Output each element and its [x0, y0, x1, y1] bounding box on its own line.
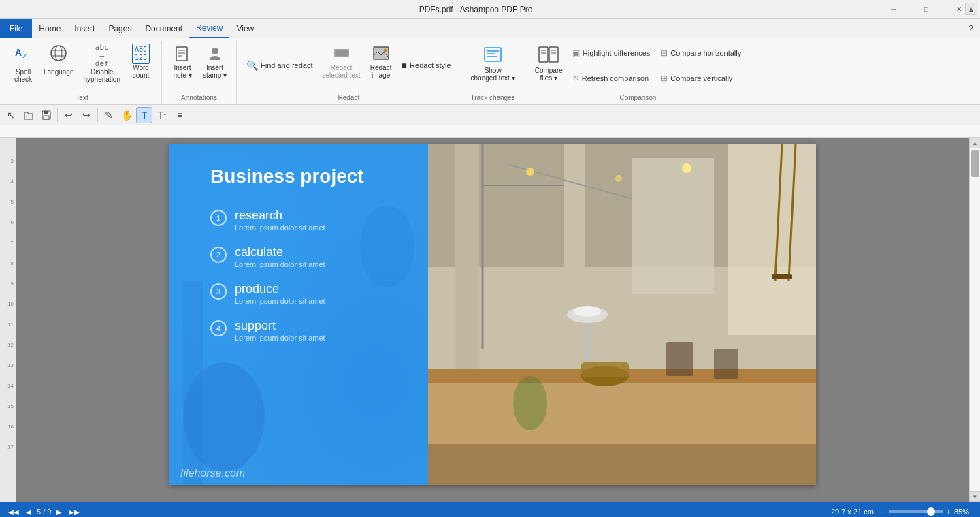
redact-image-button[interactable]: Redactimage	[366, 41, 396, 82]
page-container: Business project 1 research Lorem ipsum …	[169, 144, 816, 485]
page-size-label: 29.7 x 21 cm	[831, 507, 874, 516]
redact-image-icon	[372, 44, 391, 64]
svg-rect-38	[728, 144, 816, 335]
menu-file[interactable]: File	[0, 19, 32, 38]
open-button[interactable]	[20, 107, 37, 123]
undo-button[interactable]: ↩	[61, 107, 77, 123]
svg-point-2	[51, 46, 66, 61]
text-size-button[interactable]: T+	[154, 107, 170, 123]
compare-files-icon	[538, 44, 559, 67]
compare-files-button[interactable]: Comparefiles ▾	[531, 41, 567, 84]
text-tool-button[interactable]: T	[136, 107, 152, 123]
select-tool-button[interactable]: ↖	[3, 107, 19, 123]
zoom-slider-thumb[interactable]	[927, 507, 935, 516]
step-title-3: produce	[235, 282, 325, 296]
right-scrollbar[interactable]: ▲ ▼	[969, 138, 980, 502]
menu-review[interactable]: Review	[189, 19, 229, 38]
compare-v-icon: ⊞	[661, 74, 668, 83]
highlight-differences-button[interactable]: ▣ Highlight differences	[568, 46, 654, 60]
annotations-group-label: Annotations	[167, 93, 231, 104]
scroll-thumb[interactable]	[971, 150, 979, 177]
step-sub-3: Lorem ipsum dolor sit amet	[235, 297, 325, 305]
redact-image-label: Redactimage	[370, 64, 392, 79]
scroll-up-button[interactable]: ▲	[970, 138, 981, 148]
redact-style-button[interactable]: ■ Redact style	[397, 58, 455, 73]
menu-pages[interactable]: Pages	[101, 19, 138, 38]
insert-stamp-button[interactable]: Insertstamp ▾	[199, 41, 231, 82]
step-item-4: 4 support Lorem ipsum dolor sit amet	[210, 319, 408, 342]
first-page-button[interactable]: ◀◀	[5, 507, 22, 517]
svg-point-44	[682, 163, 691, 173]
step-item-2: 2 calculate Lorem ipsum dolor sit amet	[210, 245, 408, 268]
watermark: filehorse.com	[180, 467, 245, 480]
ruler: // Generate ruler marks via inline SVG t…	[0, 125, 980, 138]
step-sub-4: Lorem ipsum dolor sit amet	[235, 334, 325, 342]
redact-group-label: Redact	[242, 93, 455, 104]
redact-style-icon: ■	[402, 60, 407, 71]
paragraph-button[interactable]: ≡	[172, 107, 188, 123]
zoom-slider-track[interactable]	[889, 510, 943, 513]
step-sub-1: Lorem ipsum dolor sit amet	[235, 223, 325, 232]
ribbon: A✓ Spellcheck Language abc–def Disablehy…	[0, 38, 980, 105]
find-and-redact-button[interactable]: 🔍 Find and redact	[242, 58, 316, 73]
maximize-button[interactable]: □	[911, 0, 942, 19]
compare-vertically-button[interactable]: ⊞ Compare vertically	[657, 72, 745, 85]
menu-insert[interactable]: Insert	[67, 19, 101, 38]
show-changed-text-button[interactable]: Showchanged text ▾	[467, 41, 519, 84]
language-button[interactable]: Language	[39, 41, 78, 78]
step-sub-2: Lorem ipsum dolor sit amet	[235, 260, 325, 268]
menu-document[interactable]: Document	[138, 19, 189, 38]
zoom-in-button[interactable]: +	[946, 506, 951, 517]
svg-rect-20	[539, 47, 548, 62]
spell-check-button[interactable]: A✓ Spellcheck	[8, 41, 38, 86]
prev-page-button[interactable]: ◀	[23, 507, 34, 517]
edit-button[interactable]: ✎	[101, 107, 117, 123]
svg-rect-21	[549, 47, 558, 62]
scroll-down-button[interactable]: ▼	[970, 491, 981, 502]
menu-home[interactable]: Home	[32, 19, 67, 38]
disable-hyphenation-button[interactable]: abc–def Disablehyphenation	[80, 41, 125, 86]
ribbon-group-comparison: Comparefiles ▾ ▣ Highlight differences ↻…	[525, 41, 752, 104]
redact-selected-text-button[interactable]: Redactselected text	[318, 41, 364, 82]
toolbar: ↖ ↩ ↪ ✎ ✋ T T+ ≡	[0, 105, 980, 125]
svg-point-10	[212, 48, 218, 54]
step-num-3: 3	[210, 283, 227, 300]
svg-rect-52	[581, 362, 629, 377]
status-bar: ◀◀ ◀ 5 / 9 ▶ ▶▶ 29.7 x 21 cm ─ + 85%	[0, 502, 980, 517]
menu-view[interactable]: View	[229, 19, 261, 38]
ribbon-group-redact: 🔍 Find and redact Redactselected text Re…	[237, 41, 461, 104]
refresh-comparison-button[interactable]: ↻ Refresh comparison	[568, 72, 654, 85]
svg-rect-28	[44, 116, 49, 119]
window-controls: ─ □ ✕	[878, 0, 975, 19]
minimize-button[interactable]: ─	[878, 0, 909, 19]
step-title-4: support	[235, 319, 325, 333]
compare-horizontally-button[interactable]: ⊟ Compare horizontally	[657, 46, 745, 60]
refresh-comparison-label: Refresh comparison	[582, 74, 649, 82]
step-num-2: 2	[210, 247, 227, 263]
toolbar-sep-2	[97, 108, 98, 122]
redo-button[interactable]: ↪	[78, 107, 95, 123]
step-title-1: research	[235, 208, 325, 223]
ribbon-group-track-changes: Showchanged text ▾ Track changes	[461, 41, 525, 104]
language-icon	[49, 44, 68, 67]
insert-note-button[interactable]: Insertnote ▾	[167, 41, 197, 82]
compare-h-icon: ⊟	[661, 48, 668, 58]
step-item-3: 3 produce Lorem ipsum dolor sit amet	[210, 282, 408, 305]
spell-check-icon: A✓	[14, 44, 33, 67]
scroll-track[interactable]	[970, 148, 981, 491]
word-count-button[interactable]: ABC123 Wordcount	[126, 41, 156, 82]
save-button[interactable]	[38, 107, 54, 123]
last-page-button[interactable]: ▶▶	[66, 507, 82, 517]
comparison-group-label: Comparison	[531, 93, 746, 104]
next-page-button[interactable]: ▶	[54, 507, 65, 517]
menu-bar: File Home Insert Pages Document Review V…	[0, 19, 980, 38]
zoom-out-button[interactable]: ─	[879, 506, 886, 517]
redact-style-label: Redact style	[410, 61, 451, 69]
ribbon-collapse-button[interactable]: ▲	[965, 3, 977, 15]
document-canvas[interactable]: Business project 1 research Lorem ipsum …	[16, 138, 969, 502]
hand-button[interactable]: ✋	[118, 107, 135, 123]
ribbon-group-annotations: Insertnote ▾ Insertstamp ▾ Annotations	[162, 41, 237, 104]
svg-point-50	[574, 306, 601, 317]
svg-point-58	[513, 376, 547, 430]
help-button[interactable]: ?	[962, 19, 980, 38]
